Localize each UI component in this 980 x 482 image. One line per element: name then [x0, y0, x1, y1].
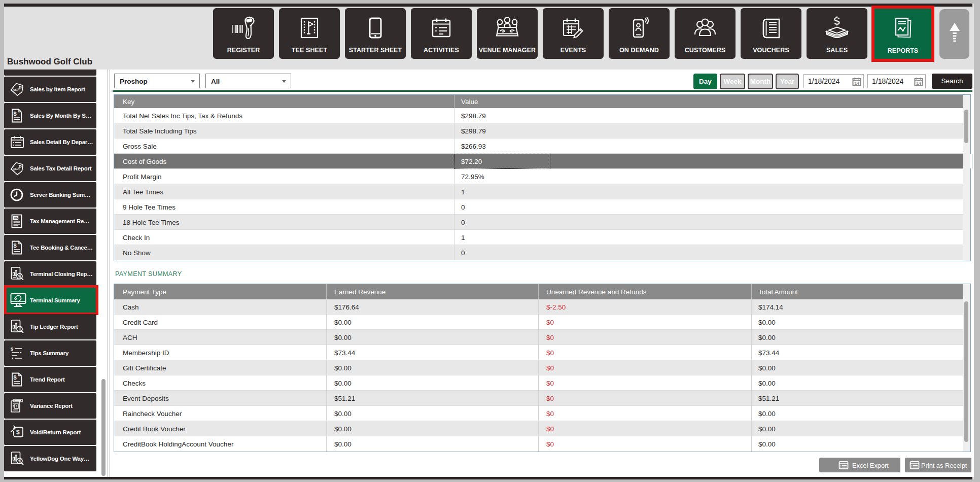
svg-text:SALE: SALE [13, 87, 20, 92]
svg-text:%: % [18, 459, 22, 463]
svg-text:$: $ [11, 347, 13, 352]
svg-text:$: $ [14, 111, 17, 117]
svg-text:$: $ [14, 374, 17, 381]
svg-text:$: $ [14, 243, 17, 249]
svg-text:%: % [18, 274, 22, 278]
svg-text:$: $ [16, 429, 20, 436]
svg-text:14: 14 [855, 81, 860, 86]
svg-text:SALE: SALE [13, 166, 20, 171]
svg-text:14: 14 [917, 81, 922, 86]
svg-text:TAX: TAX [14, 217, 19, 219]
